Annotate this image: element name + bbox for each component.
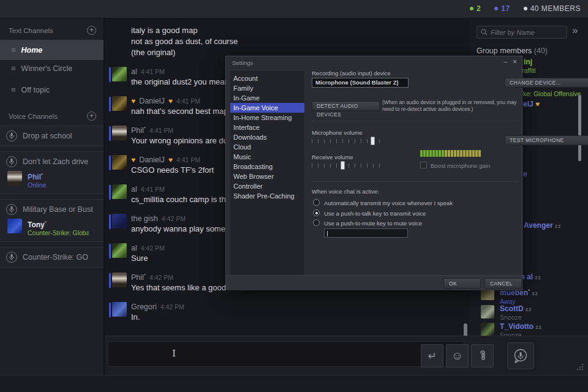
avatar [7,219,22,233]
detect-audio-devices-button[interactable]: DETECT AUDIO DEVICES [312,101,380,111]
message-author[interactable]: al [131,67,137,76]
message-author[interactable]: Phil* [131,273,146,282]
avatar[interactable] [112,67,127,81]
ok-button[interactable]: OK [443,278,481,288]
cancel-button[interactable]: CANCEL [484,278,522,288]
minimize-icon[interactable]: – [503,58,507,65]
recording-device-label: Recording (audio input) device [312,70,391,77]
settings-menu-family[interactable]: Family [230,83,304,93]
avatar[interactable] [112,302,127,317]
mic-volume-label: Microphone volume [312,129,363,136]
settings-menu-in-home-streaming[interactable]: In-Home Streaming [230,113,304,123]
message-author[interactable]: DanielJ [139,156,165,164]
message-time: 4:41 PM [176,156,200,164]
settings-menu-in-game[interactable]: In-Game [230,93,304,103]
member-name-fragment[interactable]: Avenger zz [524,221,561,230]
receive-volume-slider[interactable] [312,162,380,170]
collapse-sidebar-button[interactable]: » [572,24,578,37]
avatar[interactable] [112,243,127,258]
online-count: 2 [470,4,481,13]
member-name-fragment[interactable]: inj [524,58,532,66]
avatar[interactable] [112,126,127,140]
message-time: 4:42 PM [162,215,186,222]
settings-menu-interface[interactable]: Interface [230,123,304,132]
avatar[interactable] [112,96,127,111]
voice-channel-label: Drop at school [23,132,72,140]
settings-menu-web-browser[interactable]: Web Browser [230,172,304,181]
message-author[interactable]: al [131,244,137,252]
members-scrollbar-thumb[interactable] [578,95,581,161]
snooze-icon: zz [535,324,542,330]
receive-volume-handle[interactable] [341,161,345,170]
voice-channel-drop-at-school[interactable]: Drop at school [0,129,104,143]
settings-menu-controller[interactable]: Controller [230,181,304,191]
voice-channels-label: Voice Channels [9,113,58,120]
avatar[interactable] [112,273,127,287]
dialog-footer: OK CANCEL [226,275,522,290]
paperclip-icon [479,350,486,362]
settings-menu-cloud[interactable]: Cloud [230,142,304,152]
chat-scrollbar-thumb[interactable] [464,323,467,336]
voice-channel-box: Drop at school [0,126,104,146]
avatar [481,323,494,336]
settings-menu-shader-pre-caching[interactable]: Shader Pre-Caching [230,191,304,201]
channel-icon: ≡ [11,64,16,73]
message-author[interactable]: the gish [131,214,158,223]
blue-dot-icon [494,7,498,10]
message-time: 4:41 PM [176,97,200,105]
message-author[interactable]: DanielJ [139,97,165,105]
settings-menu-downloads[interactable]: Downloads [230,132,304,142]
add-text-channel-button[interactable]: + [87,26,96,35]
filter-input[interactable] [491,29,558,36]
send-message-button[interactable]: ↵ [421,344,443,368]
voice-channel-box: Don't let Zach drive Phil* Online [0,151,104,194]
message-time: 4:42 PM [141,244,165,252]
message-input[interactable]: I [108,341,464,367]
sidebar-item-off-topic[interactable]: ≡ Off topic [0,81,104,98]
filter-search-box[interactable] [477,26,567,39]
mic-volume-handle[interactable] [371,137,375,145]
message-time: 4:41 PM [141,68,165,75]
message-accent-bar [109,126,111,141]
recording-device-value[interactable]: Microphone (Sound Blaster Z) [312,78,409,88]
message-accent-bar [109,185,111,200]
test-microphone-button[interactable]: TEST MICROPHONE [505,135,588,145]
avatar[interactable] [112,184,127,199]
settings-menu-music[interactable]: Music [230,152,304,162]
voice-member-tony[interactable]: Tony* Counter-Strike: Global [0,217,104,239]
sidebar-item-home[interactable]: ≡ Home [0,40,104,60]
member-name-fragment[interactable]: elJ ♥ [523,100,540,108]
message-author[interactable]: al [131,185,137,194]
mic-volume-slider[interactable] [312,137,380,145]
sidebar-item-winners-circle[interactable]: ≡ Winner's Circle [0,60,104,77]
message-author[interactable]: Gregori [131,303,157,311]
member-name-fragment[interactable]: e [523,170,527,178]
member-status: Snooze [500,314,532,321]
member-row[interactable]: ScottD zz Snooze [481,305,532,321]
attach-file-button[interactable] [471,344,494,368]
radio-auto-transmit[interactable] [313,199,320,206]
voice-channel-csgo[interactable]: Counter-Strike: GO [0,250,104,265]
settings-menu-broadcasting[interactable]: Broadcasting [230,162,304,172]
search-icon [481,29,488,36]
avatar[interactable] [112,155,127,170]
voice-member-phil[interactable]: Phil* Online [0,169,104,191]
emoji-button[interactable]: ☺ [446,344,469,368]
radio-push-to-mute[interactable] [313,219,320,226]
voice-channel-military-base[interactable]: Military Base or Bust [0,202,104,217]
radio-push-to-talk[interactable] [313,209,320,216]
settings-menu-account[interactable]: Account [230,74,304,83]
close-icon[interactable]: × [513,58,517,66]
message-time: 4:41 PM [141,186,165,193]
voice-chat-button[interactable] [507,342,534,369]
push-to-talk-key-input[interactable] [324,228,408,238]
ingame-count: 17 [494,4,510,13]
boost-mic-gain-checkbox[interactable] [420,162,427,168]
resize-grip[interactable] [576,363,583,370]
message-author[interactable]: Phil* [131,126,146,135]
add-voice-channel-button[interactable]: + [87,111,96,121]
avatar[interactable] [112,214,127,228]
voice-channel-dont-let-zach-drive[interactable]: Don't let Zach drive [0,154,104,169]
change-device-button[interactable]: CHANGE DEVICE... [505,78,588,88]
settings-menu-in-game-voice[interactable]: In-Game Voice [230,103,304,113]
